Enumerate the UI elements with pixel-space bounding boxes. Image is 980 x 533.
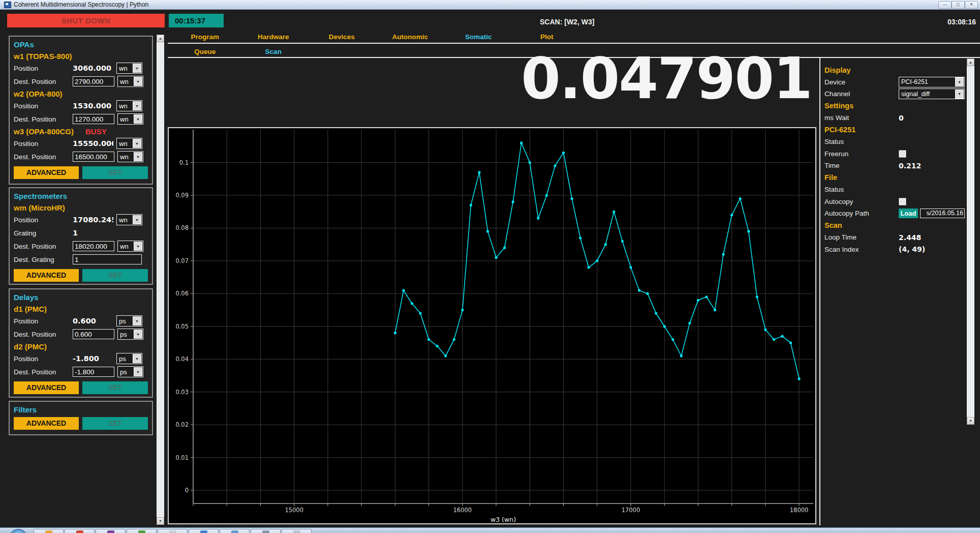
tab-somatic[interactable]: Somatic (444, 32, 513, 43)
app-glyph-icon (45, 530, 52, 533)
tab-plot[interactable]: Plot (513, 32, 581, 43)
settings-row: Display (824, 64, 965, 76)
chevron-down-icon[interactable]: ▼ (134, 330, 142, 339)
units-dropdown[interactable]: wn▼ (117, 113, 143, 125)
device-row: Dest. Positionwn▼ (13, 112, 149, 126)
chevron-down-icon[interactable]: ▼ (134, 77, 142, 86)
section-header: File (824, 173, 837, 182)
y-tick-label: 0.03 (175, 389, 189, 396)
device-name: d1 (PMC) (14, 305, 85, 313)
chevron-down-icon[interactable]: ▼ (134, 367, 142, 376)
set-button[interactable]: SET (82, 166, 148, 179)
chevron-down-icon[interactable]: ▼ (133, 354, 141, 363)
dest-position-input[interactable] (73, 329, 114, 339)
chevron-down-icon[interactable]: ▼ (133, 316, 141, 325)
set-button[interactable]: SET (82, 417, 148, 430)
scroll-down-icon[interactable]: ▼ (157, 517, 164, 525)
units-dropdown[interactable]: wn▼ (116, 100, 142, 111)
scroll-up-icon[interactable]: ▲ (157, 35, 164, 42)
taskbar-app-button[interactable] (251, 529, 281, 533)
chevron-down-icon[interactable]: ▼ (955, 90, 964, 99)
taskbar-app-button[interactable] (34, 529, 64, 533)
advanced-button[interactable]: ADVANCED (14, 166, 79, 179)
chevron-down-icon[interactable]: ▼ (134, 114, 142, 124)
data-point (596, 259, 598, 262)
chevron-down-icon[interactable]: ▼ (133, 139, 141, 148)
chevron-down-icon[interactable]: ▼ (133, 101, 141, 110)
dest-position-input[interactable] (73, 114, 114, 124)
units-dropdown[interactable]: ps▼ (117, 329, 143, 340)
taskbar-app-button[interactable] (282, 529, 312, 533)
data-point (562, 152, 565, 154)
dest-position-input[interactable] (73, 367, 114, 377)
setting-dropdown[interactable]: signal_diff▼ (899, 88, 965, 99)
settings-row: Freerun (824, 148, 965, 160)
tab-program[interactable]: Program (171, 32, 239, 43)
settings-row: Autocopy (824, 196, 965, 208)
units-dropdown[interactable]: wn▼ (117, 151, 143, 162)
panel-button-row: ADVANCEDSET (13, 381, 149, 394)
checkbox[interactable] (899, 150, 906, 158)
data-point (756, 295, 758, 298)
chevron-down-icon[interactable]: ▼ (133, 215, 141, 224)
subtab-queue[interactable]: Queue (171, 46, 239, 57)
minimize-button[interactable]: — (938, 1, 952, 9)
units-dropdown[interactable]: ps▼ (116, 353, 142, 364)
y-tick-label: 0.07 (175, 257, 189, 264)
panel-scroll-down-icon[interactable]: ▼ (967, 417, 974, 425)
dest-position-input[interactable] (73, 76, 114, 86)
settings-row: Autocopy PathLoads/2016.05.16 (824, 208, 965, 220)
device-row: Dest. Positionps▼ (13, 365, 149, 378)
panel-scrollbar[interactable] (967, 58, 974, 425)
shutdown-button[interactable]: SHUT DOWN (7, 14, 165, 27)
units-dropdown[interactable]: wn▼ (116, 138, 142, 149)
load-button[interactable]: Load (899, 209, 918, 218)
advanced-button[interactable]: ADVANCED (14, 417, 79, 430)
maximize-button[interactable]: ▢ (952, 1, 965, 9)
panel-opas: OPAsw1 (TOPAS-800)Position3060.000wn▼Des… (9, 36, 153, 185)
taskbar-app-button[interactable] (96, 529, 126, 533)
chevron-down-icon[interactable]: ▼ (134, 152, 142, 161)
taskbar-app-button[interactable] (189, 529, 219, 533)
units-dropdown[interactable]: wn▼ (117, 241, 143, 252)
units-dropdown[interactable]: wn▼ (116, 214, 142, 225)
set-button[interactable]: SET (82, 269, 148, 282)
checkbox[interactable] (899, 198, 906, 205)
taskbar-app-button[interactable] (220, 529, 250, 533)
units-value: wn (117, 216, 128, 224)
close-button[interactable]: ✕ (965, 1, 978, 9)
taskbar-app-button[interactable] (158, 529, 188, 533)
settings-row: DevicePCI-6251▼ (824, 76, 965, 88)
units-dropdown[interactable]: ps▼ (117, 366, 143, 377)
chevron-down-icon[interactable]: ▼ (955, 77, 964, 86)
units-value: wn (118, 78, 129, 85)
tab-devices[interactable]: Devices (308, 32, 376, 43)
tab-autonomic[interactable]: Autonomic (376, 32, 445, 43)
sidebar-scrollbar[interactable] (157, 35, 164, 525)
units-dropdown[interactable]: wn▼ (116, 63, 142, 74)
section-header: PCI-6251 (824, 126, 855, 134)
taskbar-app-button[interactable] (65, 529, 95, 533)
units-dropdown[interactable]: ps▼ (116, 315, 142, 327)
taskbar-app-button[interactable] (127, 529, 157, 533)
dest-position-input[interactable] (73, 254, 142, 264)
panel-scroll-up-icon[interactable]: ▲ (967, 58, 974, 66)
advanced-button[interactable]: ADVANCED (14, 269, 79, 282)
y-tick-label: 0.01 (175, 454, 189, 461)
setting-dropdown[interactable]: PCI-6251▼ (899, 77, 965, 87)
start-button[interactable] (9, 529, 27, 533)
units-value: wn (118, 153, 129, 161)
data-point (545, 194, 548, 196)
subtab-scan[interactable]: Scan (239, 46, 308, 57)
dest-position-input[interactable] (73, 241, 114, 251)
chevron-down-icon[interactable]: ▼ (134, 242, 142, 251)
dest-position-input[interactable] (73, 152, 114, 162)
advanced-button[interactable]: ADVANCED (14, 381, 79, 394)
data-point (688, 322, 691, 324)
data-point (503, 247, 506, 249)
set-button[interactable]: SET (82, 381, 148, 394)
autocopy-path-input[interactable]: s/2016.05.16 (920, 209, 965, 218)
chevron-down-icon[interactable]: ▼ (133, 64, 141, 73)
tab-hardware[interactable]: Hardware (239, 32, 308, 43)
units-dropdown[interactable]: wn▼ (117, 76, 143, 87)
